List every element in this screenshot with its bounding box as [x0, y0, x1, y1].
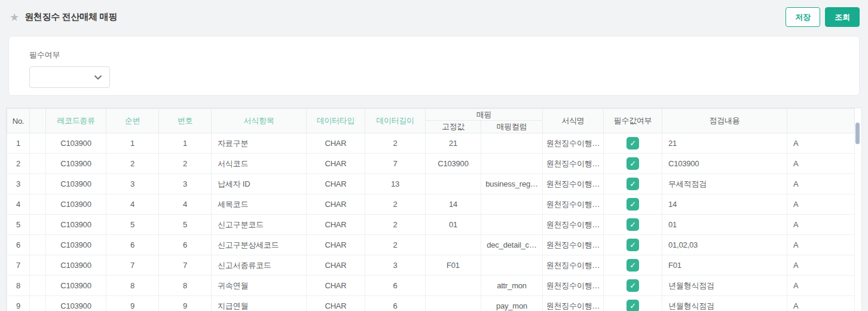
cell-check-content: 14 — [662, 194, 787, 215]
cell-fixed-value: 14 — [426, 194, 481, 215]
table-row[interactable]: 1C10390011자료구분CHAR221원천징수이행…✓21A — [7, 133, 855, 154]
cell-mapping-column — [481, 133, 543, 154]
table-row[interactable]: 4C10390044세목코드CHAR214원천징수이행…✓14A — [7, 194, 855, 215]
required-checkbox[interactable]: ✓ — [626, 198, 639, 211]
check-icon: ✓ — [629, 261, 636, 269]
cell-mapping-column — [481, 255, 543, 276]
cell-blank — [30, 296, 46, 311]
required-checkbox[interactable]: ✓ — [626, 259, 639, 272]
cell-data-length: 3 — [365, 255, 426, 276]
vertical-scrollbar-thumb[interactable] — [855, 123, 860, 144]
cell-extra: A — [787, 174, 855, 194]
table-row[interactable]: 3C10390033납세자 IDCHAR13business_reg…원천징수이… — [7, 174, 855, 194]
cell-fixed-value — [426, 296, 481, 311]
cell-no: 4 — [7, 194, 30, 215]
cell-fixed-value: C103900 — [426, 154, 481, 174]
required-checkbox[interactable]: ✓ — [626, 157, 639, 170]
cell-num: 8 — [159, 276, 212, 296]
check-icon: ✓ — [629, 139, 636, 147]
table-row[interactable]: 5C10390055신고구분코드CHAR201원천징수이행…✓01A — [7, 215, 855, 235]
search-button[interactable]: 조회 — [825, 7, 860, 27]
cell-form-name: 원천징수이행… — [543, 296, 604, 311]
col-header-data-length[interactable]: 데이터길이 — [365, 109, 426, 133]
col-header-no[interactable]: No. — [7, 109, 30, 133]
cell-extra: A — [787, 133, 855, 154]
cell-num: 2 — [159, 154, 212, 174]
cell-extra: A — [787, 154, 855, 174]
check-icon: ✓ — [629, 180, 636, 188]
star-icon[interactable]: ★ — [10, 12, 19, 23]
required-checkbox[interactable]: ✓ — [626, 239, 639, 251]
check-icon: ✓ — [629, 200, 636, 208]
col-header-num[interactable]: 번호 — [159, 109, 212, 133]
cell-data-length: 7 — [365, 154, 426, 174]
table-header: No. 레코드종류 순번 번호 서식항목 데이터타입 데이터길이 매핑 서식명 … — [7, 109, 855, 133]
col-header-fixed-value[interactable]: 고정값 — [426, 121, 481, 133]
cell-form-name: 원천징수이행… — [543, 194, 604, 215]
col-header-form-name[interactable]: 서식명 — [543, 109, 604, 133]
col-header-check-content[interactable]: 점검내용 — [662, 109, 787, 133]
cell-check-content: C103900 — [662, 154, 787, 174]
cell-mapping-column: pay_mon — [481, 296, 543, 311]
cell-check-content: 무세적점검 — [662, 174, 787, 194]
check-icon: ✓ — [629, 241, 636, 249]
cell-check-content: 01 — [662, 215, 787, 235]
col-header-extra — [787, 109, 855, 133]
col-header-mapping-column[interactable]: 매핑컬럼 — [481, 121, 543, 133]
cell-blank — [30, 154, 46, 174]
required-checkbox[interactable]: ✓ — [626, 300, 639, 311]
cell-form-item: 신고서종류코드 — [212, 255, 307, 276]
cell-no: 2 — [7, 154, 30, 174]
cell-num: 9 — [159, 296, 212, 311]
cell-extra: A — [787, 235, 855, 255]
table-row[interactable]: 2C10390022서식코드CHAR7C103900원천징수이행…✓C10390… — [7, 154, 855, 174]
check-icon: ✓ — [629, 302, 636, 310]
cell-seq: 3 — [106, 174, 159, 194]
cell-data-type: CHAR — [307, 215, 365, 235]
cell-num: 6 — [159, 235, 212, 255]
cell-fixed-value — [426, 174, 481, 194]
required-filter-select[interactable] — [29, 66, 110, 88]
col-header-form-item[interactable]: 서식항목 — [212, 109, 307, 133]
cell-mapping-column: attr_mon — [481, 276, 543, 296]
table-row[interactable]: 6C10390066신고구분상세코드CHAR2dec_detail_c…원천징수… — [7, 235, 855, 255]
cell-num: 3 — [159, 174, 212, 194]
col-header-required[interactable]: 필수값여부 — [604, 109, 662, 133]
col-header-data-type[interactable]: 데이터타입 — [307, 109, 365, 133]
cell-seq: 6 — [106, 235, 159, 255]
cell-record-type: C103900 — [46, 276, 106, 296]
table-row[interactable]: 8C10390088귀속연월CHAR6attr_mon원천징수이행…✓년월형식점… — [7, 276, 855, 296]
table-row[interactable]: 9C10390099지급연월CHAR6pay_mon원천징수이행…✓년월형식점검… — [7, 296, 855, 311]
cell-form-name: 원천징수이행… — [543, 235, 604, 255]
col-header-seq[interactable]: 순번 — [106, 109, 159, 133]
cell-extra: A — [787, 255, 855, 276]
check-icon: ✓ — [629, 221, 636, 228]
cell-seq: 5 — [106, 215, 159, 235]
cell-record-type: C103900 — [46, 174, 106, 194]
cell-data-length: 2 — [365, 235, 426, 255]
col-header-mapping-group[interactable]: 매핑 — [426, 109, 543, 121]
cell-form-item: 지급연월 — [212, 296, 307, 311]
save-button[interactable]: 저장 — [786, 7, 820, 27]
cell-no: 8 — [7, 276, 30, 296]
required-checkbox[interactable]: ✓ — [626, 279, 639, 292]
titlebar-buttons: 저장 조회 — [786, 7, 860, 27]
cell-seq: 2 — [106, 154, 159, 174]
cell-mapping-column — [481, 194, 543, 215]
cell-data-type: CHAR — [307, 276, 365, 296]
cell-fixed-value: 01 — [426, 215, 481, 235]
required-checkbox[interactable]: ✓ — [626, 178, 639, 190]
cell-data-type: CHAR — [307, 194, 365, 215]
required-checkbox[interactable]: ✓ — [626, 218, 639, 231]
cell-extra: A — [787, 215, 855, 235]
cell-num: 4 — [159, 194, 212, 215]
col-header-record-type[interactable]: 레코드종류 — [46, 109, 106, 133]
col-header-blank — [30, 109, 46, 133]
table-row[interactable]: 7C10390077신고서종류코드CHAR3F01원천징수이행…✓F01A — [7, 255, 855, 276]
required-checkbox[interactable]: ✓ — [626, 137, 639, 150]
cell-form-item: 귀속연월 — [212, 276, 307, 296]
cell-blank — [30, 255, 46, 276]
cell-data-type: CHAR — [307, 235, 365, 255]
cell-form-name: 원천징수이행… — [543, 154, 604, 174]
cell-data-length: 2 — [365, 194, 426, 215]
